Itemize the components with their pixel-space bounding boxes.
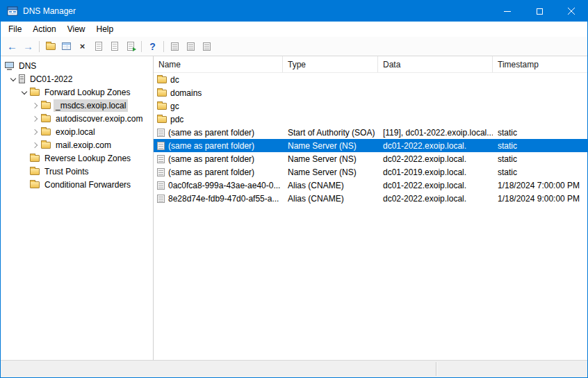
- chevron-down-icon[interactable]: [9, 75, 17, 83]
- row-name: domains: [170, 88, 202, 98]
- tree-item-server[interactable]: DC01-2022: [1, 72, 153, 85]
- record-list-icon: [171, 42, 179, 51]
- table-row[interactable]: gc: [154, 99, 587, 113]
- folder-icon: [30, 181, 40, 188]
- record-icon: [157, 195, 165, 203]
- tree-item-label: Reverse Lookup Zones: [42, 152, 133, 165]
- chevron-right-icon[interactable]: [31, 141, 40, 149]
- record-icon: [157, 168, 165, 176]
- tree-item-conditional-forwarders[interactable]: Conditional Forwarders: [1, 178, 153, 191]
- server-icon: [19, 74, 25, 83]
- tree-item-trust-points[interactable]: Trust Points: [1, 165, 153, 178]
- chevron-placeholder: [20, 181, 28, 189]
- tree-item-label: Forward Lookup Zones: [42, 86, 132, 99]
- row-name: (same as parent folder): [168, 128, 254, 138]
- tree-item-msdcs-zone[interactable]: _msdcs.exoip.local: [1, 99, 153, 112]
- tree-item-label: mail.exoip.com: [54, 139, 113, 151]
- tree-item-label: _msdcs.exoip.local: [54, 99, 128, 112]
- show-action-pane-button[interactable]: [58, 39, 74, 54]
- help-button[interactable]: ?: [145, 39, 161, 54]
- window-controls: [491, 1, 587, 22]
- help-icon: ?: [149, 42, 156, 51]
- maximize-button[interactable]: [523, 1, 555, 22]
- row-data: dc01-2019.exoip.local.: [378, 167, 493, 177]
- tree-item-label: autodiscover.exoip.com: [54, 113, 145, 125]
- zone-folder-icon: [41, 115, 51, 122]
- refresh-button[interactable]: [106, 39, 122, 54]
- status-bar-left: [1, 361, 436, 377]
- close-button[interactable]: [555, 1, 587, 22]
- row-name: pdc: [170, 115, 183, 124]
- table-row[interactable]: dc: [154, 73, 587, 86]
- row-timestamp: 1/18/2024 9:00:00 PM: [493, 194, 587, 204]
- row-type: Alias (CNAME): [283, 194, 378, 204]
- show-console-tree-button[interactable]: [42, 39, 58, 54]
- tree-item-forward-lookup-zones[interactable]: Forward Lookup Zones: [1, 85, 153, 99]
- export-list-icon: [127, 42, 134, 51]
- menu-action[interactable]: Action: [27, 22, 61, 36]
- row-type: Start of Authority (SOA): [283, 128, 378, 138]
- chevron-right-icon[interactable]: [31, 115, 40, 123]
- forward-button[interactable]: →: [20, 39, 36, 54]
- chevron-right-icon[interactable]: [31, 101, 40, 110]
- delete-icon: ×: [80, 42, 85, 51]
- tree-item-label: DC01-2022: [28, 73, 74, 85]
- record-icon: [157, 129, 165, 137]
- table-row[interactable]: (same as parent folder) Start of Authori…: [154, 126, 587, 139]
- properties-button[interactable]: [90, 39, 106, 54]
- table-row[interactable]: pdc: [154, 113, 587, 126]
- table-row[interactable]: 0ac0fca8-999a-43ae-ae40-0... Alias (CNAM…: [154, 179, 587, 192]
- zone-folder-icon: [41, 129, 51, 135]
- row-timestamp: 1/18/2024 7:00:00 PM: [493, 181, 587, 190]
- column-header-timestamp[interactable]: Timestamp: [493, 56, 587, 72]
- column-header-type[interactable]: Type: [283, 56, 378, 72]
- minimize-button[interactable]: [491, 1, 523, 22]
- export-list-button[interactable]: [122, 39, 138, 54]
- list-rows: dc domains gc: [154, 73, 587, 360]
- chevron-placeholder: [20, 167, 28, 176]
- column-header-data[interactable]: Data: [378, 56, 493, 72]
- row-timestamp: static: [493, 154, 587, 164]
- console-tree: DNS DC01-2022 Forward Lookup Zones _msdc…: [1, 56, 154, 360]
- action-pane-icon: [62, 42, 71, 50]
- back-button[interactable]: ←: [4, 39, 20, 54]
- toolbar-separator: [141, 41, 142, 52]
- folder-icon: [30, 155, 40, 162]
- row-name: 8e28d74e-fdb9-47d0-af55-a...: [168, 194, 279, 204]
- row-data: dc01-2022.exoip.local.: [378, 181, 493, 190]
- table-row[interactable]: 8e28d74e-fdb9-47d0-af55-a... Alias (CNAM…: [154, 192, 587, 205]
- row-name: gc: [170, 101, 179, 111]
- menu-help[interactable]: Help: [91, 22, 120, 36]
- chevron-right-icon[interactable]: [31, 128, 40, 136]
- chevron-down-icon[interactable]: [20, 88, 28, 97]
- zone-folder-icon: [41, 102, 51, 109]
- tree-item-reverse-lookup-zones[interactable]: Reverse Lookup Zones: [1, 151, 153, 165]
- menu-view[interactable]: View: [62, 22, 91, 36]
- table-row[interactable]: (same as parent folder) Name Server (NS)…: [154, 165, 587, 179]
- table-row[interactable]: domains: [154, 86, 587, 99]
- maximize-icon: [537, 8, 543, 15]
- delete-button[interactable]: ×: [74, 39, 90, 54]
- tree-item-mail-zone[interactable]: mail.exoip.com: [1, 138, 153, 151]
- window-title: DNS Manager: [23, 6, 76, 16]
- table-row[interactable]: (same as parent folder) Name Server (NS)…: [154, 152, 587, 165]
- tree-item-exoip-local-zone[interactable]: exoip.local: [1, 125, 153, 138]
- column-header-name[interactable]: Name: [154, 56, 283, 72]
- row-timestamp: static: [493, 141, 587, 151]
- status-bar-right: [436, 361, 587, 377]
- row-name: (same as parent folder): [168, 141, 254, 151]
- title-bar: DNS Manager: [1, 1, 587, 22]
- record-list-icon: [187, 42, 195, 51]
- tree-item-dns-root[interactable]: DNS: [1, 59, 153, 72]
- zone-folder-icon: [41, 142, 51, 149]
- console-extra-button-3[interactable]: [199, 39, 215, 54]
- list-header: Name Type Data Timestamp: [154, 56, 587, 73]
- row-name: dc: [170, 75, 179, 85]
- console-extra-button-2[interactable]: [183, 39, 199, 54]
- row-name: (same as parent folder): [168, 167, 254, 177]
- console-extra-button-1[interactable]: [167, 39, 183, 54]
- folder-icon: [30, 89, 40, 96]
- tree-item-autodiscover-zone[interactable]: autodiscover.exoip.com: [1, 112, 153, 125]
- menu-file[interactable]: File: [3, 22, 27, 36]
- table-row-selected[interactable]: (same as parent folder) Name Server (NS)…: [154, 139, 587, 152]
